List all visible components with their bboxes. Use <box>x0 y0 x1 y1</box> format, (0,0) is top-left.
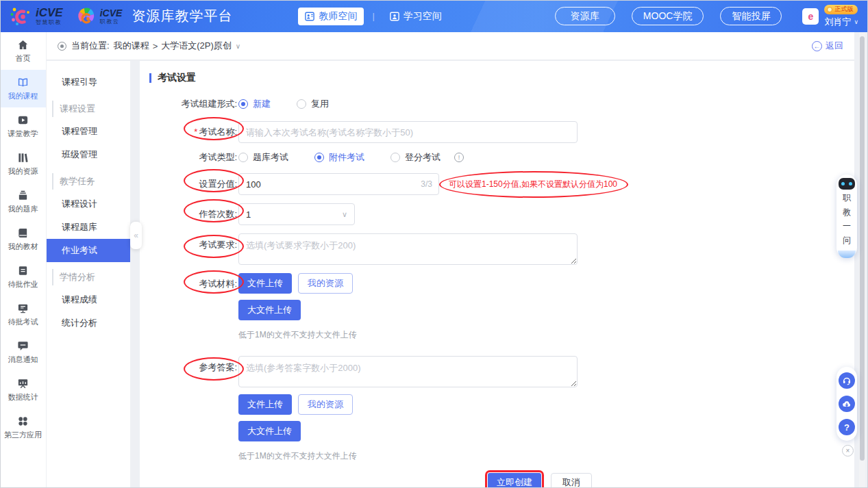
icve-zhijiaoyun-logo: iCVE 职教云 <box>75 6 123 27</box>
course-menu-item-course-management[interactable]: 课程管理 <box>47 120 130 143</box>
radio-score-entry-exam[interactable]: 登分考试 <box>390 151 441 164</box>
materials-label: 考试材料: <box>160 273 237 290</box>
download-button[interactable] <box>839 396 855 412</box>
required-mark: * <box>194 127 197 137</box>
course-menu-item-course-design[interactable]: 课程设计 <box>47 192 130 216</box>
breadcrumb-item-courses[interactable]: 我的课程 <box>114 40 149 52</box>
attempts-label: 作答次数: <box>160 208 237 220</box>
sidebar-item-my-textbooks[interactable]: 我的教材 <box>0 220 46 258</box>
breadcrumb-prefix: 当前位置: <box>71 40 110 52</box>
course-menu-item-class-management[interactable]: 班级管理 <box>47 143 130 166</box>
breadcrumb-item-course[interactable]: 大学语文(2P)原创 <box>161 40 232 52</box>
sidebar-item-pending-homework[interactable]: 待批作业 <box>0 258 46 296</box>
big-file-upload-button[interactable]: 大文件上传 <box>238 300 301 320</box>
radio-icon <box>297 99 306 109</box>
exam-settings-form: 考试组建形式: 新建 复用 *考试名称: <box>160 98 854 488</box>
avatar: e <box>802 8 819 25</box>
assistant-widget[interactable]: 职 教 一 问 <box>836 175 857 258</box>
create-now-button[interactable]: 立即创建 <box>488 473 541 488</box>
sidebar-item-home[interactable]: 首页 <box>0 32 46 70</box>
user-menu[interactable]: e 正式版 刘肖宁 ∨ <box>802 5 858 28</box>
back-button[interactable]: ← 返回 <box>812 40 843 52</box>
attempts-row: 作答次数: 1 ∨ <box>160 203 854 225</box>
answer-textarea[interactable] <box>238 356 578 387</box>
info-icon[interactable]: ! <box>454 153 464 162</box>
sidebar-item-data-statistics[interactable]: 数据统计 <box>0 371 46 409</box>
course-menu-item-guide[interactable]: 课程引导 <box>47 70 130 94</box>
textbook-icon <box>17 227 29 239</box>
score-label: 设置分值: <box>160 178 237 190</box>
tab-teacher-space[interactable]: 教师空间 <box>298 8 364 25</box>
exam-icon <box>17 303 29 314</box>
breadcrumb-bar: 当前位置: 我的课程 > 大学语文(2P)原创 ∨ ← 返回 <box>47 32 854 60</box>
help-button[interactable]: ? <box>839 419 855 435</box>
main-sidebar: 首页 我的课程 课堂教学 我的资源 我的题库 我的教材 待批作业 待批考试 消息… <box>0 32 47 488</box>
requirements-label: 考试要求: <box>160 233 237 251</box>
course-menu-item-course-grades[interactable]: 课程成绩 <box>47 288 130 311</box>
cloud-download-icon <box>842 399 852 409</box>
radio-new[interactable]: 新建 <box>238 98 271 110</box>
location-icon <box>58 42 66 51</box>
scrollbar-thumb[interactable] <box>860 36 865 461</box>
collapse-sidebar-handle[interactable]: « <box>130 222 142 249</box>
sidebar-item-third-party-apps[interactable]: 第三方应用 <box>0 409 46 446</box>
back-arrow-icon: ← <box>812 41 822 51</box>
radio-selected-icon <box>238 99 248 109</box>
upload-note: 低于1M的文件不支持大文件上传 <box>238 450 357 462</box>
version-badge: 正式版 <box>824 5 858 14</box>
headset-icon <box>842 376 852 385</box>
radio-question-bank-exam[interactable]: 题库考试 <box>238 151 288 164</box>
brand-text: iCVE <box>36 7 63 18</box>
course-menu-item-statistical-analysis[interactable]: 统计分析 <box>47 311 130 335</box>
sidebar-item-classroom-teaching[interactable]: 课堂教学 <box>0 107 46 145</box>
sidebar-item-my-resources[interactable]: 我的资源 <box>0 145 46 183</box>
my-resources-button[interactable]: 我的资源 <box>298 394 353 415</box>
support-button[interactable] <box>839 372 855 389</box>
scrollbar-track[interactable] <box>859 32 865 488</box>
username: 刘肖宁 <box>824 16 851 28</box>
radio-attachment-exam[interactable]: 附件考试 <box>314 151 364 164</box>
crown-icon <box>827 7 832 12</box>
course-menu-item-homework-exams[interactable]: 作业考试 <box>47 239 130 262</box>
platform-title: 资源库教学平台 <box>132 7 232 25</box>
score-input[interactable] <box>238 173 439 195</box>
smart-cast-button[interactable]: 智能投屏 <box>720 7 782 25</box>
exam-name-label: *考试名称: <box>160 126 237 138</box>
brand-text: iCVE <box>100 8 123 18</box>
collapse-toolbar-button[interactable]: × <box>842 445 854 457</box>
exam-type-label: 考试类型: <box>160 151 237 164</box>
file-upload-button[interactable]: 文件上传 <box>238 273 292 294</box>
sidebar-item-notifications[interactable]: 消息通知 <box>0 333 46 371</box>
radio-icon <box>390 153 400 162</box>
mooc-college-button[interactable]: MOOC学院 <box>632 7 704 25</box>
sidebar-item-pending-exams[interactable]: 待批考试 <box>0 296 46 333</box>
radio-selected-icon <box>314 153 324 162</box>
tab-label: 教师空间 <box>319 10 357 23</box>
sidebar-item-my-question-bank[interactable]: 我的题库 <box>0 183 46 220</box>
requirements-textarea[interactable] <box>238 233 578 265</box>
exam-type-row: 考试类型: 题库考试 附件考试 登分考试 ! <box>160 151 854 164</box>
upload-note: 低于1M的文件不支持大文件上传 <box>238 329 357 341</box>
cancel-button[interactable]: 取消 <box>551 473 592 488</box>
course-menu: 课程引导 课程设置 课程管理 班级管理 教学任务 课程设计 课程题库 作业考试 … <box>47 61 130 488</box>
course-menu-item-course-question-bank[interactable]: 课程题库 <box>47 216 130 239</box>
quick-links: 资源库 MOOC学院 智能投屏 <box>555 7 782 25</box>
radio-reuse[interactable]: 复用 <box>297 98 329 110</box>
my-resources-button[interactable]: 我的资源 <box>298 273 353 294</box>
classroom-icon <box>17 114 29 126</box>
materials-row: 考试材料: 文件上传 我的资源 大文件上传 低于1M的文件不支持大文件上传 <box>160 273 854 341</box>
header-right: 资源库 MOOC学院 智能投屏 e 正式版 刘肖宁 ∨ <box>555 5 868 28</box>
tab-learning-space[interactable]: 学习空间 <box>383 8 449 25</box>
attempts-select[interactable]: 1 ∨ <box>238 203 355 225</box>
course-menu-section-settings: 课程设置 <box>52 101 130 117</box>
tab-label: 学习空间 <box>404 10 442 23</box>
resource-library-button[interactable]: 资源库 <box>555 7 615 25</box>
homework-icon <box>17 265 29 277</box>
file-upload-button[interactable]: 文件上传 <box>238 394 292 415</box>
answer-row: 参考答案: 文件上传 我的资源 大文件上传 低于1M的文件不支持大文件上传 <box>160 356 854 462</box>
floating-toolbar: ? <box>836 367 857 441</box>
exam-name-input[interactable] <box>238 121 578 143</box>
breadcrumb-caret-icon[interactable]: ∨ <box>236 42 240 50</box>
sidebar-item-my-courses[interactable]: 我的课程 <box>0 70 46 107</box>
big-file-upload-button[interactable]: 大文件上传 <box>238 421 301 441</box>
